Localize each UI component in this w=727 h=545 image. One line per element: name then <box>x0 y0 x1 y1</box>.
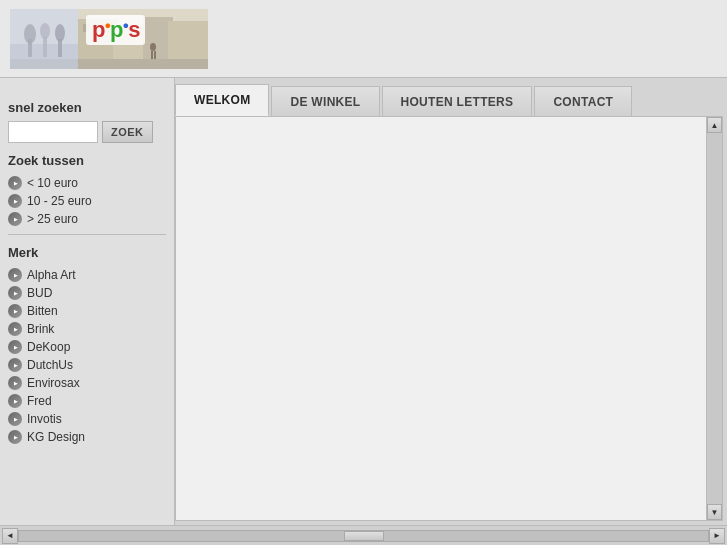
h-scroll-track[interactable] <box>18 530 709 542</box>
search-row: ZOEK <box>8 121 166 143</box>
circle-arrow-icon <box>8 286 22 300</box>
brand-item[interactable]: Invotis <box>8 410 166 428</box>
logo-wrapper: p●p●s <box>10 9 208 69</box>
brand-list: Alpha Art BUD Bitten Brink DeKoop DutchU… <box>8 266 166 446</box>
nav-tabs: WELKOMDE WINKELHOUTEN LETTERSCONTACT <box>175 78 727 116</box>
circle-arrow-icon <box>8 268 22 282</box>
logo-p1: p <box>92 17 104 42</box>
brand-label: Invotis <box>27 412 62 426</box>
price-range-item[interactable]: 10 - 25 euro <box>8 192 166 210</box>
brand-label: BUD <box>27 286 52 300</box>
zoek-tussen-label: Zoek tussen <box>8 153 166 168</box>
brand-label: DutchUs <box>27 358 73 372</box>
brand-item[interactable]: BUD <box>8 284 166 302</box>
main-layout: snel zoeken ZOEK Zoek tussen < 10 euro 1… <box>0 78 727 525</box>
statue-illustration <box>10 9 78 69</box>
sidebar: snel zoeken ZOEK Zoek tussen < 10 euro 1… <box>0 78 175 525</box>
brand-label: Fred <box>27 394 52 408</box>
brand-item[interactable]: DutchUs <box>8 356 166 374</box>
circle-arrow-icon <box>8 340 22 354</box>
brand-label: Brink <box>27 322 54 336</box>
svg-rect-4 <box>28 39 32 57</box>
svg-rect-8 <box>58 39 62 57</box>
brand-label: DeKoop <box>27 340 70 354</box>
circle-arrow-icon <box>8 304 22 318</box>
circle-arrow-icon <box>8 430 22 444</box>
header-photo-right: p●p●s <box>78 9 208 69</box>
search-input[interactable] <box>8 121 98 143</box>
circle-arrow-icon <box>8 358 22 372</box>
search-button[interactable]: ZOEK <box>102 121 153 143</box>
app-container: p●p●s snel zoeken ZOEK Zoek tussen < 10 … <box>0 0 727 545</box>
circle-arrow-icon <box>8 376 22 390</box>
h-scroll-thumb[interactable] <box>344 531 384 541</box>
circle-arrow-icon <box>8 412 22 426</box>
circle-arrow-icon <box>8 322 22 336</box>
tab-container: WELKOMDE WINKELHOUTEN LETTERSCONTACT <box>175 84 634 116</box>
brand-label: Alpha Art <box>27 268 76 282</box>
logo-p2: p <box>110 17 122 42</box>
tab-welkom[interactable]: WELKOM <box>175 84 269 116</box>
svg-rect-6 <box>43 37 47 57</box>
brand-item[interactable]: Envirosax <box>8 374 166 392</box>
price-range-label: > 25 euro <box>27 212 78 226</box>
brand-item[interactable]: Brink <box>8 320 166 338</box>
merk-label: Merk <box>8 245 166 260</box>
tab-de-winkel[interactable]: DE WINKEL <box>271 86 379 116</box>
brand-item[interactable]: Bitten <box>8 302 166 320</box>
brand-label: KG Design <box>27 430 85 444</box>
brand-item[interactable]: Alpha Art <box>8 266 166 284</box>
search-label: snel zoeken <box>8 100 166 115</box>
brand-label: Bitten <box>27 304 58 318</box>
svg-rect-21 <box>154 51 156 59</box>
price-range-item[interactable]: > 25 euro <box>8 210 166 228</box>
brand-label: Envirosax <box>27 376 80 390</box>
bottom-bar: ◄ ► <box>0 525 727 545</box>
brand-item[interactable]: DeKoop <box>8 338 166 356</box>
brand-item[interactable]: Fred <box>8 392 166 410</box>
price-range-list: < 10 euro 10 - 25 euro > 25 euro <box>8 174 166 228</box>
circle-arrow-icon <box>8 194 22 208</box>
tab-houten-letters[interactable]: HOUTEN LETTERS <box>382 86 533 116</box>
logo-badge: p●p●s <box>86 15 145 45</box>
svg-rect-2 <box>10 59 78 69</box>
price-range-label: < 10 euro <box>27 176 78 190</box>
price-range-label: 10 - 25 euro <box>27 194 92 208</box>
sidebar-divider <box>8 234 166 235</box>
scroll-track[interactable] <box>707 133 722 504</box>
content-area: WELKOMDE WINKELHOUTEN LETTERSCONTACT ▲ ▼ <box>175 78 727 525</box>
svg-point-19 <box>150 43 156 51</box>
scroll-right-button[interactable]: ► <box>709 528 725 544</box>
svg-rect-18 <box>78 59 208 69</box>
circle-arrow-icon <box>8 394 22 408</box>
circle-arrow-icon <box>8 212 22 226</box>
right-scrollbar: ▲ ▼ <box>706 117 722 520</box>
brand-item[interactable]: KG Design <box>8 428 166 446</box>
header-photo-left <box>10 9 78 69</box>
header: p●p●s <box>0 0 727 78</box>
scroll-left-button[interactable]: ◄ <box>2 528 18 544</box>
price-range-item[interactable]: < 10 euro <box>8 174 166 192</box>
tab-contact[interactable]: CONTACT <box>534 86 632 116</box>
scroll-up-button[interactable]: ▲ <box>707 117 722 133</box>
scroll-down-button[interactable]: ▼ <box>707 504 722 520</box>
logo-s: s <box>128 17 139 42</box>
svg-rect-20 <box>151 51 153 59</box>
logo-image-strip: p●p●s <box>10 9 208 69</box>
content-panel: ▲ ▼ <box>175 116 723 521</box>
svg-point-5 <box>40 23 50 39</box>
circle-arrow-icon <box>8 176 22 190</box>
